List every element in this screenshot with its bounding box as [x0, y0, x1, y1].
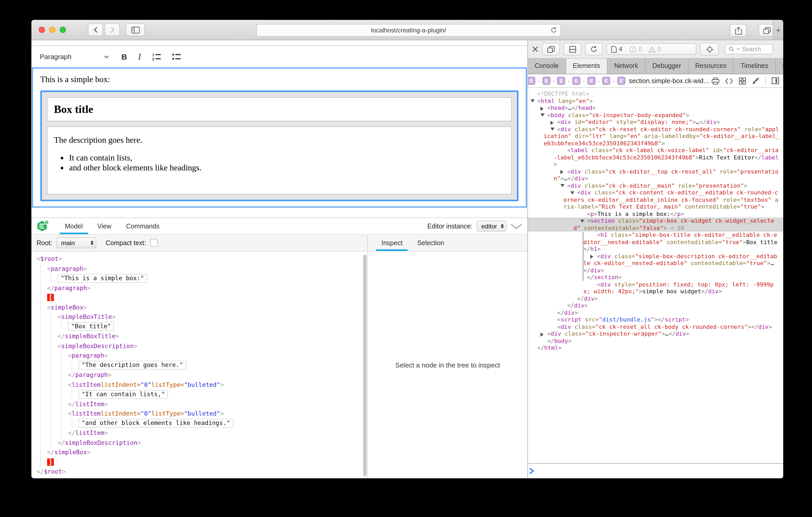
show-source-icon[interactable]: [725, 78, 733, 84]
model-element-open[interactable]: <listItem listIndent="0" listType="bulle…: [68, 380, 363, 390]
element-badge[interactable]: E: [603, 77, 610, 85]
box-title-heading[interactable]: Box title: [54, 103, 505, 116]
new-tab-button[interactable]: +: [773, 20, 783, 40]
disclosure-closed-icon[interactable]: [590, 254, 593, 259]
dock-side-button[interactable]: [563, 43, 581, 55]
devtools-search-field[interactable]: Search: [725, 44, 773, 54]
model-element-open[interactable]: <simpleBoxDescription>: [58, 341, 363, 351]
disclosure-open-icon[interactable]: [560, 184, 564, 187]
detach-devtools-button[interactable]: [542, 43, 560, 55]
dom-line[interactable]: </div>: [528, 302, 783, 309]
side-tab-selection[interactable]: Selection: [412, 235, 450, 251]
model-element-open[interactable]: <paragraph>: [68, 351, 363, 360]
simple-box-widget[interactable]: Box title The description goes here. It …: [40, 90, 519, 201]
disclosure-closed-icon[interactable]: [550, 121, 554, 125]
model-element-close[interactable]: </simpleBox>: [47, 448, 363, 457]
disclosure-open-icon[interactable]: [580, 219, 584, 222]
sidebar-toggle-button[interactable]: [125, 24, 145, 36]
styles-brush-icon[interactable]: [752, 77, 760, 85]
element-picker-button[interactable]: [700, 43, 719, 55]
model-text-node[interactable]: "The description goes here.": [79, 360, 363, 370]
disclosure-closed-icon[interactable]: [541, 107, 544, 111]
print-icon[interactable]: [712, 77, 719, 84]
collapse-inspector-icon[interactable]: [511, 223, 522, 229]
dom-line[interactable]: <h1 class="simple-box-title ck-editor__e…: [528, 232, 783, 253]
model-element-close[interactable]: </paragraph>: [68, 370, 363, 380]
rich-text-editable[interactable]: This is a simple box: Box title The desc…: [32, 67, 527, 208]
share-button[interactable]: [730, 24, 747, 37]
resource-status-group[interactable]: 4 0 0: [606, 43, 696, 55]
dom-line[interactable]: <div class="ck ck-reset_all ck-body ck-r…: [528, 323, 783, 330]
dom-line[interactable]: <p>This is a simple box:</p>: [528, 210, 783, 217]
devtools-tab-network[interactable]: Network: [607, 59, 646, 74]
model-element-close[interactable]: </listItem>: [68, 428, 363, 438]
simple-box-description[interactable]: The description goes here. It can contai…: [47, 126, 512, 194]
dom-line[interactable]: </div>: [528, 295, 783, 302]
devtools-tab-timelines[interactable]: Timelines: [734, 59, 776, 74]
devtools-tab-debugger[interactable]: Debugger: [646, 59, 689, 74]
compact-text-checkbox[interactable]: [150, 239, 158, 247]
dom-line[interactable]: <script src="dist/bundle.js"></script>: [528, 316, 783, 323]
model-element-open[interactable]: <listItem listIndent="0" listType="bulle…: [68, 409, 363, 419]
close-devtools-icon[interactable]: [532, 46, 539, 52]
quick-console[interactable]: [528, 463, 783, 478]
model-element-close[interactable]: </simpleBoxTitle>: [58, 331, 363, 341]
model-text-node[interactable]: "and other block elements like headings.…: [79, 419, 363, 428]
description-list-item[interactable]: and other block elements like headings.: [69, 163, 505, 173]
devtools-reload-button[interactable]: [585, 43, 603, 55]
bulleted-list-button[interactable]: [172, 53, 181, 61]
breadcrumb-selected-node[interactable]: section.simple-box.ck-wid…: [629, 77, 710, 84]
dom-line[interactable]: </section>: [528, 274, 783, 281]
dom-line[interactable]: <!DOCTYPE html>: [528, 90, 783, 97]
model-element-open[interactable]: <paragraph>: [47, 264, 363, 273]
selection-marker[interactable]: [: [47, 293, 363, 302]
dom-line[interactable]: <head>…</head>: [528, 104, 783, 112]
disclosure-closed-icon[interactable]: [541, 332, 544, 336]
element-badge[interactable]: E: [542, 77, 550, 85]
element-badge[interactable]: E: [587, 77, 595, 85]
selection-marker[interactable]: ]: [47, 457, 363, 467]
dom-line[interactable]: <body class="ck-inspector-body-expanded"…: [528, 112, 783, 119]
simple-box-title[interactable]: Box title: [47, 97, 512, 121]
address-bar[interactable]: localhost/creating-a-plugin/: [256, 24, 561, 37]
disclosure-open-icon[interactable]: [550, 127, 555, 131]
model-text-node[interactable]: "It can contain lists,": [79, 390, 363, 399]
dom-line[interactable]: <div style="position: fixed; top: 0px; l…: [528, 281, 783, 295]
root-select[interactable]: main: [57, 237, 96, 248]
inspector-tab-view[interactable]: View: [92, 218, 117, 234]
model-element-close[interactable]: </simpleBoxDescription>: [58, 438, 363, 448]
model-element-open[interactable]: <simpleBoxTitle>: [58, 312, 363, 322]
inspector-tab-commands[interactable]: Commands: [121, 218, 165, 234]
dom-line[interactable]: <div class="ck ck-content ck-editor__edi…: [528, 189, 783, 210]
zoom-window-button[interactable]: [60, 27, 66, 33]
inspector-tab-model[interactable]: Model: [60, 218, 88, 234]
dom-line[interactable]: <div class="ck ck-editor__top ck-reset_a…: [528, 168, 783, 182]
forward-button[interactable]: [105, 24, 120, 36]
devtools-tab-console[interactable]: Console: [528, 59, 566, 74]
bold-button[interactable]: B: [121, 52, 127, 61]
element-badge[interactable]: E: [528, 77, 535, 85]
disclosure-open-icon[interactable]: [530, 99, 535, 102]
back-button[interactable]: [88, 24, 103, 36]
numbered-list-button[interactable]: 12: [152, 53, 161, 61]
side-tab-inspect[interactable]: Inspect: [376, 235, 408, 251]
dom-line[interactable]: <div id="editor" style="display: none;">…: [528, 119, 783, 126]
model-element-close[interactable]: </listItem>: [68, 399, 363, 409]
details-sidebar-icon[interactable]: [772, 78, 779, 84]
dom-line[interactable]: </html>: [528, 344, 783, 352]
dom-line[interactable]: <div class="ck-inspector-wrapper">…</div…: [528, 330, 783, 337]
element-badge[interactable]: E: [617, 77, 625, 85]
devtools-tab-storage[interactable]: Storage: [776, 59, 783, 74]
element-badge[interactable]: E: [572, 77, 580, 85]
description-paragraph[interactable]: The description goes here.: [54, 135, 505, 145]
disclosure-open-icon[interactable]: [570, 191, 575, 194]
italic-button[interactable]: I: [138, 52, 141, 62]
dom-line[interactable]: <div class="simple-box-description ck-ed…: [528, 253, 783, 274]
disclosure-closed-icon[interactable]: [560, 170, 563, 174]
model-text-node[interactable]: "This is a simple box:": [58, 273, 363, 283]
dom-line[interactable]: <div class="ck ck-editor__main" role="pr…: [528, 182, 783, 189]
close-window-button[interactable]: [39, 27, 45, 33]
description-list-item[interactable]: It can contain lists,: [69, 153, 505, 162]
model-text-node[interactable]: "Box title": [68, 322, 363, 331]
model-element-close[interactable]: </paragraph>: [47, 283, 363, 293]
